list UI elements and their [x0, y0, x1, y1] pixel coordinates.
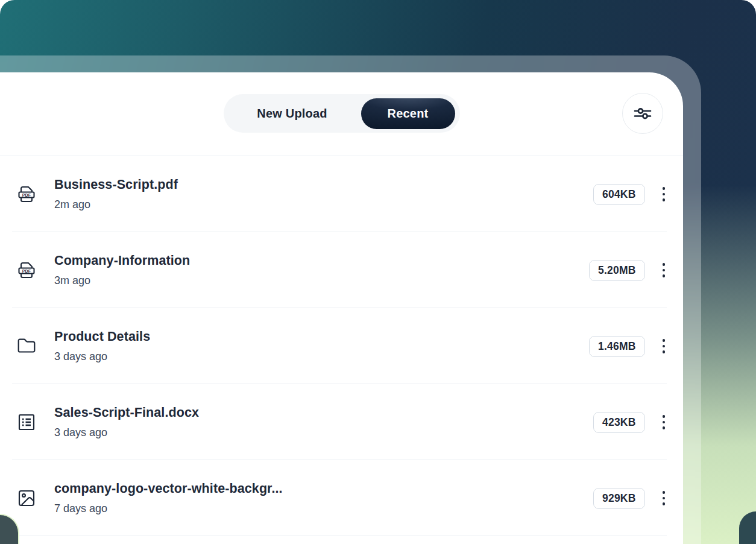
- file-size-badge: 5.20MB: [589, 260, 644, 281]
- file-time: 7 days ago: [54, 502, 593, 515]
- kebab-menu-icon[interactable]: [661, 489, 667, 508]
- folder-icon: [17, 337, 37, 356]
- file-manager-card: New Upload Recent: [0, 72, 683, 544]
- tab-new-upload[interactable]: New Upload: [224, 106, 361, 121]
- pdf-file-icon: PDF: [17, 261, 37, 280]
- file-text: Business-Script.pdf 2m ago: [54, 177, 593, 211]
- file-row[interactable]: company-logo-vector-white-backgr... 7 da…: [0, 460, 683, 536]
- file-title: Company-Information: [54, 253, 589, 269]
- file-time: 2m ago: [54, 198, 593, 211]
- file-size-badge: 1.46MB: [589, 336, 644, 357]
- file-size-badge: 423KB: [593, 412, 644, 433]
- file-row[interactable]: PDF Business-Script.pdf 2m ago 604KB: [0, 156, 683, 232]
- upload-tabs: New Upload Recent: [224, 94, 460, 133]
- file-title: Sales-Script-Final.docx: [54, 405, 593, 421]
- document-list-icon: [17, 413, 37, 432]
- kebab-menu-icon[interactable]: [661, 413, 667, 432]
- file-title: Product Details: [54, 329, 589, 345]
- image-icon: [17, 489, 37, 508]
- kebab-menu-icon[interactable]: [661, 185, 667, 204]
- screen: New Upload Recent: [0, 0, 756, 544]
- card-header: New Upload Recent: [0, 72, 683, 156]
- file-row[interactable]: Sales-Script-Final.docx 3 days ago 423KB: [0, 384, 683, 460]
- file-text: Company-Information 3m ago: [54, 253, 589, 287]
- svg-text:PDF: PDF: [22, 192, 31, 198]
- file-title: company-logo-vector-white-backgr...: [54, 481, 593, 497]
- file-size-badge: 929KB: [593, 488, 644, 509]
- kebab-menu-icon[interactable]: [661, 337, 667, 356]
- tab-recent[interactable]: Recent: [361, 98, 455, 129]
- file-list: PDF Business-Script.pdf 2m ago 604KB PDF: [0, 156, 683, 536]
- sliders-icon: [634, 106, 652, 121]
- file-text: company-logo-vector-white-backgr... 7 da…: [54, 481, 593, 515]
- file-size-badge: 604KB: [593, 184, 644, 205]
- kebab-menu-icon[interactable]: [661, 261, 667, 280]
- svg-text:PDF: PDF: [22, 268, 31, 274]
- filter-button[interactable]: [622, 93, 663, 134]
- pdf-file-icon: PDF: [17, 185, 37, 204]
- file-row[interactable]: PDF Company-Information 3m ago 5.20MB: [0, 232, 683, 308]
- file-time: 3m ago: [54, 274, 589, 287]
- file-title: Business-Script.pdf: [54, 177, 593, 193]
- file-time: 3 days ago: [54, 426, 593, 439]
- file-time: 3 days ago: [54, 350, 589, 363]
- file-text: Sales-Script-Final.docx 3 days ago: [54, 405, 593, 439]
- file-row[interactable]: Product Details 3 days ago 1.46MB: [0, 308, 683, 384]
- file-text: Product Details 3 days ago: [54, 329, 589, 363]
